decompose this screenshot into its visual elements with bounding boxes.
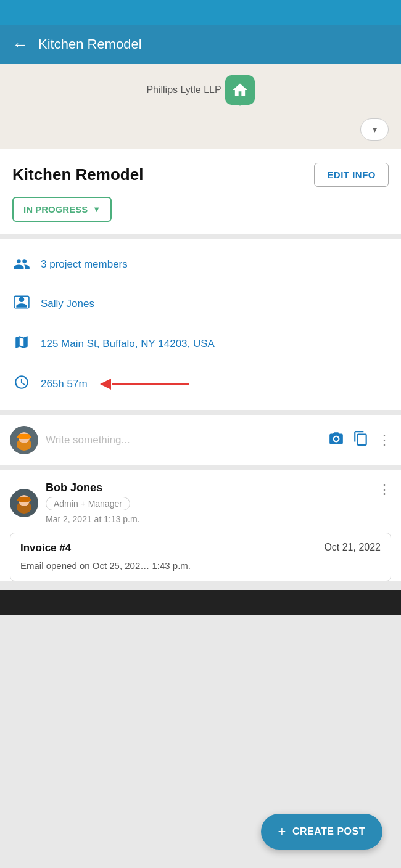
contact-row[interactable]: Sally Jones <box>0 284 401 324</box>
feed-avatar-svg <box>10 489 38 517</box>
company-row: Phillips Lytle LLP <box>0 64 401 112</box>
post-input[interactable]: Write something... <box>46 434 321 446</box>
invoice-description: Email opened on Oct 25, 202… 1:43 p.m. <box>20 559 381 572</box>
fab-plus-icon: + <box>278 824 286 840</box>
camera-icon[interactable] <box>328 430 344 450</box>
fab-container: + CREATE POST <box>261 814 382 850</box>
post-input-card: Write something... ⋮ <box>0 415 401 465</box>
time-row[interactable]: 265h 57m <box>0 364 401 404</box>
feed-avatar-image <box>10 489 38 517</box>
back-button[interactable]: ← <box>12 35 28 54</box>
svg-rect-7 <box>17 436 31 438</box>
contact-name: Sally Jones <box>41 298 94 310</box>
avatar-svg <box>10 426 38 454</box>
home-icon <box>231 81 249 99</box>
time-arrow-container: 265h 57m <box>41 375 192 393</box>
more-options-icon[interactable]: ⋮ <box>378 432 391 448</box>
project-title: Kitchen Remodel <box>12 165 143 184</box>
header-title: Kitchen Remodel <box>38 36 142 52</box>
invoice-date: Oct 21, 2022 <box>324 542 381 554</box>
feed-user-role: Admin + Manager <box>46 497 130 510</box>
company-logo[interactable] <box>225 75 255 105</box>
project-info-card: Kitchen Remodel EDIT INFO IN PROGRESS ▼ <box>0 149 401 234</box>
company-name: Phillips Lytle LLP <box>146 84 221 96</box>
feed-card: Bob Jones Admin + Manager Mar 2, 2021 at… <box>0 470 401 581</box>
chevron-down-icon: ▾ <box>373 125 377 134</box>
edit-info-button[interactable]: EDIT INFO <box>314 163 389 187</box>
feed-user-row: Bob Jones Admin + Manager Mar 2, 2021 at… <box>10 481 140 524</box>
address-icon <box>12 334 31 354</box>
post-actions: ⋮ <box>328 430 391 450</box>
invoice-title: Invoice #4 <box>20 542 71 554</box>
red-arrow-annotation <box>94 375 192 393</box>
status-chevron-icon: ▼ <box>93 205 101 214</box>
svg-marker-2 <box>100 379 111 390</box>
bottom-bar <box>0 590 401 615</box>
project-header-row: Kitchen Remodel EDIT INFO <box>12 163 389 187</box>
info-card: 3 project members Sally Jones 125 Main S… <box>0 239 401 410</box>
avatar-image <box>10 426 38 454</box>
feed-post-date: Mar 2, 2021 at 1:13 p.m. <box>46 514 140 524</box>
svg-rect-12 <box>17 499 31 501</box>
status-label: IN PROGRESS <box>23 204 88 215</box>
contact-icon <box>12 294 31 314</box>
members-text: 3 project members <box>41 258 128 271</box>
invoice-header-row: Invoice #4 Oct 21, 2022 <box>20 542 381 554</box>
app-header: ← Kitchen Remodel <box>0 25 401 64</box>
address-row[interactable]: 125 Main St, Buffalo, NY 14203, USA <box>0 324 401 364</box>
status-badge[interactable]: IN PROGRESS ▼ <box>12 197 112 222</box>
members-icon <box>12 255 31 274</box>
members-row[interactable]: 3 project members <box>0 245 401 284</box>
time-icon <box>12 374 31 394</box>
feed-user-name: Bob Jones <box>46 481 140 494</box>
feed-post-header: Bob Jones Admin + Manager Mar 2, 2021 at… <box>10 481 391 524</box>
feed-user-avatar <box>10 489 38 517</box>
status-bar <box>0 0 401 25</box>
invoice-item[interactable]: Invoice #4 Oct 21, 2022 Email opened on … <box>10 533 391 581</box>
expand-row: ▾ <box>0 112 401 149</box>
current-user-avatar <box>10 426 38 454</box>
address-text: 125 Main St, Buffalo, NY 14203, USA <box>41 338 215 350</box>
attachment-icon[interactable] <box>353 430 369 450</box>
feed-user-info: Bob Jones Admin + Manager Mar 2, 2021 at… <box>46 481 140 524</box>
time-text: 265h 57m <box>41 378 88 390</box>
create-post-button[interactable]: + CREATE POST <box>261 814 382 850</box>
expand-button[interactable]: ▾ <box>360 118 389 141</box>
feed-more-icon[interactable]: ⋮ <box>378 481 391 497</box>
fab-label: CREATE POST <box>292 826 365 837</box>
